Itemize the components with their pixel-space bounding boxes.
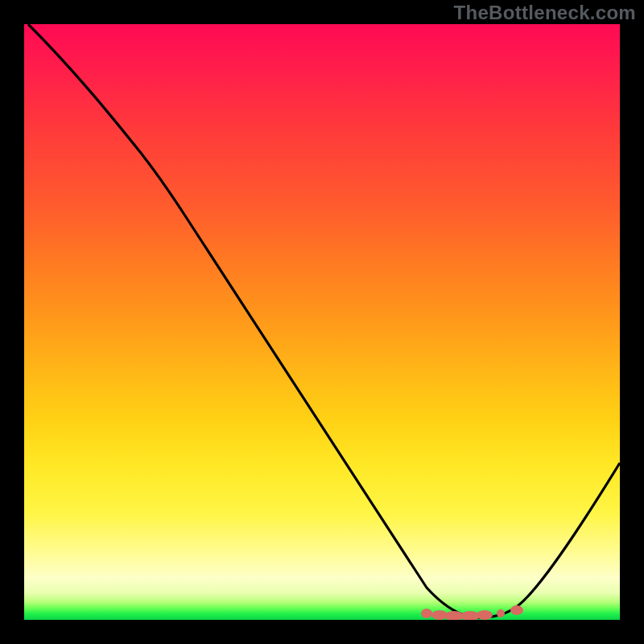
- marker-dot: [421, 609, 432, 618]
- marker-dot: [477, 610, 493, 620]
- plot-area: [24, 24, 620, 620]
- chart-root: TheBottleneck.com: [0, 0, 644, 644]
- watermark-text: TheBottleneck.com: [454, 2, 636, 24]
- marker-dot: [510, 605, 523, 615]
- marker-layer: [24, 24, 620, 620]
- marker-dot: [497, 609, 505, 617]
